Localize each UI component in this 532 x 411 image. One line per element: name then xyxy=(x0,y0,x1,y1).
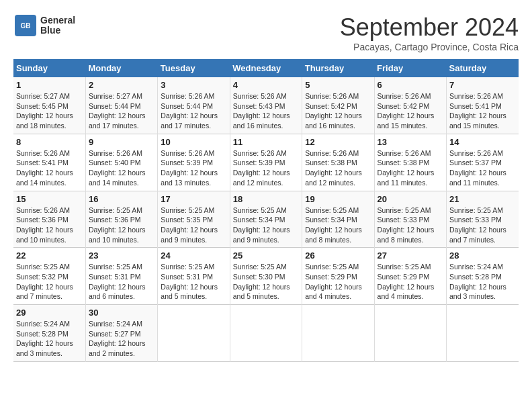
day-number: 27 xyxy=(378,250,443,261)
col-friday: Friday xyxy=(374,59,446,77)
day-info: Sunrise: 5:25 AM Sunset: 5:31 PM Dayligh… xyxy=(161,262,226,302)
day-info: Sunrise: 5:26 AM Sunset: 5:42 PM Dayligh… xyxy=(378,91,443,131)
day-info: Sunrise: 5:25 AM Sunset: 5:33 PM Dayligh… xyxy=(449,205,516,245)
calendar-cell: 23Sunrise: 5:25 AM Sunset: 5:31 PM Dayli… xyxy=(85,248,157,305)
calendar-week-row: 8Sunrise: 5:26 AM Sunset: 5:41 PM Daylig… xyxy=(13,134,519,191)
calendar-cell: 24Sunrise: 5:25 AM Sunset: 5:31 PM Dayli… xyxy=(158,248,230,305)
day-info: Sunrise: 5:24 AM Sunset: 5:27 PM Dayligh… xyxy=(89,319,154,359)
svg-text:GB: GB xyxy=(21,22,31,30)
calendar-cell xyxy=(230,305,302,362)
day-number: 12 xyxy=(305,137,371,147)
calendar-header-row: Sunday Monday Tuesday Wednesday Thursday… xyxy=(13,59,519,77)
calendar-cell: 6Sunrise: 5:26 AM Sunset: 5:42 PM Daylig… xyxy=(374,77,446,134)
col-wednesday: Wednesday xyxy=(230,59,302,77)
calendar-cell: 3Sunrise: 5:26 AM Sunset: 5:44 PM Daylig… xyxy=(158,77,230,134)
col-monday: Monday xyxy=(85,59,157,77)
calendar-cell: 21Sunrise: 5:25 AM Sunset: 5:33 PM Dayli… xyxy=(447,191,519,248)
calendar-cell: 20Sunrise: 5:25 AM Sunset: 5:33 PM Dayli… xyxy=(374,191,446,248)
day-number: 5 xyxy=(305,80,371,90)
day-info: Sunrise: 5:26 AM Sunset: 5:36 PM Dayligh… xyxy=(16,205,83,245)
logo-icon: GB xyxy=(13,13,38,38)
calendar-cell: 12Sunrise: 5:26 AM Sunset: 5:38 PM Dayli… xyxy=(302,134,374,191)
day-info: Sunrise: 5:25 AM Sunset: 5:31 PM Dayligh… xyxy=(89,262,154,302)
day-info: Sunrise: 5:25 AM Sunset: 5:33 PM Dayligh… xyxy=(378,205,443,245)
day-info: Sunrise: 5:25 AM Sunset: 5:32 PM Dayligh… xyxy=(16,262,83,302)
calendar-cell: 28Sunrise: 5:24 AM Sunset: 5:28 PM Dayli… xyxy=(447,248,519,305)
day-number: 11 xyxy=(233,137,299,147)
calendar-cell: 10Sunrise: 5:26 AM Sunset: 5:39 PM Dayli… xyxy=(158,134,230,191)
day-info: Sunrise: 5:27 AM Sunset: 5:45 PM Dayligh… xyxy=(16,91,83,131)
day-number: 15 xyxy=(16,194,83,204)
day-number: 24 xyxy=(161,250,226,261)
calendar-cell: 9Sunrise: 5:26 AM Sunset: 5:40 PM Daylig… xyxy=(85,134,157,191)
day-number: 23 xyxy=(89,250,154,261)
calendar-cell: 27Sunrise: 5:25 AM Sunset: 5:29 PM Dayli… xyxy=(374,248,446,305)
day-number: 14 xyxy=(449,137,516,147)
calendar-cell xyxy=(302,305,374,362)
day-number: 22 xyxy=(16,250,83,261)
title-area: September 2024 Pacayas, Cartago Province… xyxy=(340,13,519,52)
logo-line1: General xyxy=(40,15,75,26)
day-info: Sunrise: 5:26 AM Sunset: 5:38 PM Dayligh… xyxy=(378,148,443,188)
day-info: Sunrise: 5:26 AM Sunset: 5:39 PM Dayligh… xyxy=(161,148,226,188)
day-info: Sunrise: 5:26 AM Sunset: 5:38 PM Dayligh… xyxy=(305,148,371,188)
calendar-week-row: 15Sunrise: 5:26 AM Sunset: 5:36 PM Dayli… xyxy=(13,191,519,248)
day-info: Sunrise: 5:24 AM Sunset: 5:28 PM Dayligh… xyxy=(16,319,83,359)
day-info: Sunrise: 5:26 AM Sunset: 5:37 PM Dayligh… xyxy=(449,148,516,188)
calendar-cell: 29Sunrise: 5:24 AM Sunset: 5:28 PM Dayli… xyxy=(13,305,85,362)
logo-text: General Blue xyxy=(40,15,75,36)
calendar-cell: 19Sunrise: 5:25 AM Sunset: 5:34 PM Dayli… xyxy=(302,191,374,248)
day-info: Sunrise: 5:26 AM Sunset: 5:40 PM Dayligh… xyxy=(89,148,154,188)
calendar-cell: 7Sunrise: 5:26 AM Sunset: 5:41 PM Daylig… xyxy=(447,77,519,134)
col-tuesday: Tuesday xyxy=(158,59,230,77)
day-number: 13 xyxy=(378,137,443,147)
day-number: 16 xyxy=(89,194,154,204)
calendar-cell: 26Sunrise: 5:25 AM Sunset: 5:29 PM Dayli… xyxy=(302,248,374,305)
col-sunday: Sunday xyxy=(13,59,85,77)
day-number: 10 xyxy=(161,137,226,147)
day-number: 30 xyxy=(89,308,154,318)
location-subtitle: Pacayas, Cartago Province, Costa Rica xyxy=(340,42,519,52)
calendar-cell: 5Sunrise: 5:26 AM Sunset: 5:42 PM Daylig… xyxy=(302,77,374,134)
col-thursday: Thursday xyxy=(302,59,374,77)
calendar-week-row: 22Sunrise: 5:25 AM Sunset: 5:32 PM Dayli… xyxy=(13,248,519,305)
calendar-cell: 8Sunrise: 5:26 AM Sunset: 5:41 PM Daylig… xyxy=(13,134,85,191)
calendar-table: Sunday Monday Tuesday Wednesday Thursday… xyxy=(13,59,519,362)
day-number: 25 xyxy=(233,250,299,261)
day-number: 3 xyxy=(161,80,226,90)
calendar-cell: 25Sunrise: 5:25 AM Sunset: 5:30 PM Dayli… xyxy=(230,248,302,305)
day-info: Sunrise: 5:25 AM Sunset: 5:36 PM Dayligh… xyxy=(89,205,154,245)
calendar-cell: 14Sunrise: 5:26 AM Sunset: 5:37 PM Dayli… xyxy=(447,134,519,191)
calendar-cell xyxy=(158,305,230,362)
calendar-cell: 22Sunrise: 5:25 AM Sunset: 5:32 PM Dayli… xyxy=(13,248,85,305)
calendar-cell xyxy=(447,305,519,362)
day-info: Sunrise: 5:25 AM Sunset: 5:35 PM Dayligh… xyxy=(161,205,226,245)
day-number: 18 xyxy=(233,194,299,204)
day-number: 17 xyxy=(161,194,226,204)
calendar-cell: 17Sunrise: 5:25 AM Sunset: 5:35 PM Dayli… xyxy=(158,191,230,248)
day-info: Sunrise: 5:24 AM Sunset: 5:28 PM Dayligh… xyxy=(449,262,516,302)
day-number: 4 xyxy=(233,80,299,90)
calendar-cell: 15Sunrise: 5:26 AM Sunset: 5:36 PM Dayli… xyxy=(13,191,85,248)
calendar-cell xyxy=(374,305,446,362)
day-info: Sunrise: 5:26 AM Sunset: 5:39 PM Dayligh… xyxy=(233,148,299,188)
logo: GB General Blue xyxy=(13,13,75,38)
day-number: 19 xyxy=(305,194,371,204)
day-info: Sunrise: 5:26 AM Sunset: 5:41 PM Dayligh… xyxy=(16,148,83,188)
day-number: 20 xyxy=(378,194,443,204)
calendar-cell: 18Sunrise: 5:25 AM Sunset: 5:34 PM Dayli… xyxy=(230,191,302,248)
calendar-cell: 11Sunrise: 5:26 AM Sunset: 5:39 PM Dayli… xyxy=(230,134,302,191)
day-number: 21 xyxy=(449,194,516,204)
day-number: 29 xyxy=(16,308,83,318)
day-number: 26 xyxy=(305,250,371,261)
day-info: Sunrise: 5:26 AM Sunset: 5:43 PM Dayligh… xyxy=(233,91,299,131)
day-info: Sunrise: 5:26 AM Sunset: 5:42 PM Dayligh… xyxy=(305,91,371,131)
logo-line2: Blue xyxy=(40,26,75,36)
day-number: 8 xyxy=(16,137,83,147)
month-title: September 2024 xyxy=(340,13,519,42)
day-info: Sunrise: 5:25 AM Sunset: 5:29 PM Dayligh… xyxy=(378,262,443,302)
day-number: 1 xyxy=(16,80,83,90)
day-number: 28 xyxy=(449,250,516,261)
calendar-cell: 30Sunrise: 5:24 AM Sunset: 5:27 PM Dayli… xyxy=(85,305,157,362)
day-number: 2 xyxy=(89,80,154,90)
